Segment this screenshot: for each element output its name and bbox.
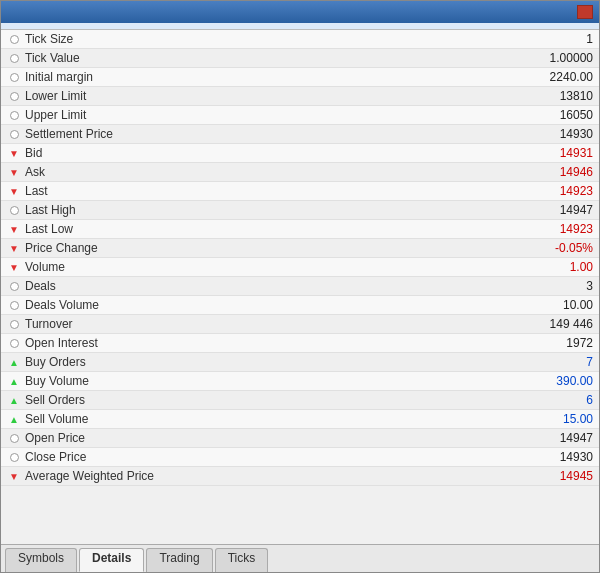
circle-icon	[7, 203, 21, 217]
table-row: Initial margin 2240.00	[1, 68, 599, 87]
tab-trading[interactable]: Trading	[146, 548, 212, 572]
circle-icon	[7, 108, 21, 122]
row-value: 149 446	[513, 317, 593, 331]
table-row: Tick Value 1.00000	[1, 49, 599, 68]
close-button[interactable]	[577, 5, 593, 19]
row-label: Lower Limit	[25, 89, 513, 103]
table-row: Upper Limit 16050	[1, 106, 599, 125]
arrow-down-icon: ▼	[7, 184, 21, 198]
circle-icon	[7, 431, 21, 445]
row-label: Open Price	[25, 431, 513, 445]
row-label: Bid	[25, 146, 513, 160]
row-label: Upper Limit	[25, 108, 513, 122]
row-label: Open Interest	[25, 336, 513, 350]
row-value: 13810	[513, 89, 593, 103]
circle-icon	[7, 127, 21, 141]
row-value: 14923	[513, 184, 593, 198]
row-label: Sell Volume	[25, 412, 513, 426]
row-label: Last Low	[25, 222, 513, 236]
table-row: ▼ Average Weighted Price 14945	[1, 467, 599, 486]
tab-details[interactable]: Details	[79, 548, 144, 572]
arrow-up-icon: ▲	[7, 393, 21, 407]
table-row: Turnover 149 446	[1, 315, 599, 334]
table-row: ▼ Price Change -0.05%	[1, 239, 599, 258]
arrow-up-icon: ▲	[7, 412, 21, 426]
row-label: Average Weighted Price	[25, 469, 513, 483]
row-value: 14931	[513, 146, 593, 160]
table-row: Tick Size 1	[1, 30, 599, 49]
row-value: 10.00	[513, 298, 593, 312]
row-value: 2240.00	[513, 70, 593, 84]
table-row: ▲ Sell Volume 15.00	[1, 410, 599, 429]
table-row: ▲ Sell Orders 6	[1, 391, 599, 410]
row-label: Buy Volume	[25, 374, 513, 388]
table-row: ▲ Buy Orders 7	[1, 353, 599, 372]
market-watch-window: Tick Size 1 Tick Value 1.00000 Initial m…	[0, 0, 600, 573]
row-value: 14947	[513, 431, 593, 445]
window-content: Tick Size 1 Tick Value 1.00000 Initial m…	[1, 23, 599, 572]
row-label: Last	[25, 184, 513, 198]
table-row: Open Interest 1972	[1, 334, 599, 353]
row-value: 1972	[513, 336, 593, 350]
row-value: -0.05%	[513, 241, 593, 255]
row-label: Last High	[25, 203, 513, 217]
arrow-down-icon: ▼	[7, 146, 21, 160]
row-value: 14945	[513, 469, 593, 483]
table-row: ▼ Volume 1.00	[1, 258, 599, 277]
circle-icon	[7, 32, 21, 46]
row-label: Settlement Price	[25, 127, 513, 141]
row-label: Ask	[25, 165, 513, 179]
row-value: 16050	[513, 108, 593, 122]
circle-icon	[7, 317, 21, 331]
tabs-bar: SymbolsDetailsTradingTicks	[1, 544, 599, 572]
arrow-down-icon: ▼	[7, 165, 21, 179]
row-value: 1	[513, 32, 593, 46]
table-row: Lower Limit 13810	[1, 87, 599, 106]
row-value: 14946	[513, 165, 593, 179]
row-label: Initial margin	[25, 70, 513, 84]
row-value: 14930	[513, 450, 593, 464]
row-label: Tick Value	[25, 51, 513, 65]
arrow-up-icon: ▲	[7, 374, 21, 388]
title-bar	[1, 1, 599, 23]
row-value: 14930	[513, 127, 593, 141]
data-table: Tick Size 1 Tick Value 1.00000 Initial m…	[1, 30, 599, 544]
circle-icon	[7, 70, 21, 84]
table-row: Last High 14947	[1, 201, 599, 220]
arrow-down-icon: ▼	[7, 469, 21, 483]
instrument-header	[1, 23, 599, 30]
row-label: Volume	[25, 260, 513, 274]
arrow-down-icon: ▼	[7, 222, 21, 236]
table-row: Deals Volume 10.00	[1, 296, 599, 315]
row-label: Tick Size	[25, 32, 513, 46]
row-label: Turnover	[25, 317, 513, 331]
table-row: Open Price 14947	[1, 429, 599, 448]
row-value: 1.00000	[513, 51, 593, 65]
tab-ticks[interactable]: Ticks	[215, 548, 269, 572]
row-label: Price Change	[25, 241, 513, 255]
table-row: Close Price 14930	[1, 448, 599, 467]
table-row: ▲ Buy Volume 390.00	[1, 372, 599, 391]
row-value: 14923	[513, 222, 593, 236]
row-label: Deals Volume	[25, 298, 513, 312]
circle-icon	[7, 51, 21, 65]
row-value: 6	[513, 393, 593, 407]
row-label: Deals	[25, 279, 513, 293]
circle-icon	[7, 450, 21, 464]
arrow-up-icon: ▲	[7, 355, 21, 369]
row-value: 14947	[513, 203, 593, 217]
table-row: Settlement Price 14930	[1, 125, 599, 144]
table-row: ▼ Bid 14931	[1, 144, 599, 163]
row-value: 1.00	[513, 260, 593, 274]
row-label: Buy Orders	[25, 355, 513, 369]
circle-icon	[7, 89, 21, 103]
row-label: Close Price	[25, 450, 513, 464]
arrow-down-icon: ▼	[7, 260, 21, 274]
table-row: Deals 3	[1, 277, 599, 296]
row-value: 15.00	[513, 412, 593, 426]
circle-icon	[7, 336, 21, 350]
tab-symbols[interactable]: Symbols	[5, 548, 77, 572]
table-row: ▼ Last 14923	[1, 182, 599, 201]
row-value: 7	[513, 355, 593, 369]
row-value: 3	[513, 279, 593, 293]
